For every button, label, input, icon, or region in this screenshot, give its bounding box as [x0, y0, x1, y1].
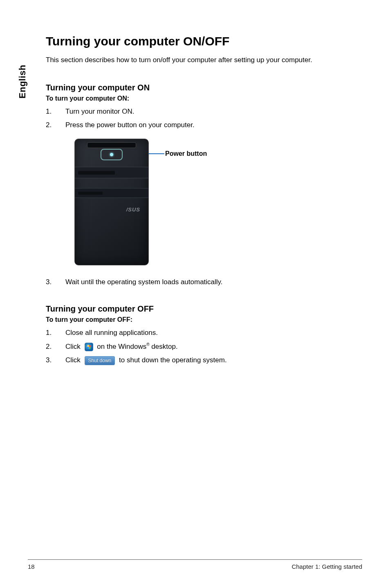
- intro-paragraph: This section describes how to turn on/of…: [46, 56, 362, 65]
- step-text: Click on the Windows® desktop.: [65, 341, 178, 352]
- chapter-label: Chapter 1: Getting started: [291, 563, 362, 570]
- brand-logo: /SUS: [126, 206, 140, 213]
- text-fragment: Click: [65, 343, 81, 350]
- optical-drive-slot: [87, 142, 136, 148]
- text-fragment: desktop.: [150, 343, 178, 350]
- computer-tower-illustration: /SUS: [74, 139, 149, 265]
- on-step-2: 2. Press the power button on your comput…: [46, 120, 362, 130]
- computer-tower-figure: /SUS Power button: [74, 139, 362, 265]
- section-heading-off: Turning your computer OFF: [46, 304, 362, 314]
- step-text: Press the power button on your computer.: [65, 120, 195, 130]
- step-number: 1.: [46, 106, 65, 117]
- page-title: Turning your computer ON/OFF: [46, 34, 362, 48]
- step-text: Wait until the operating system loads au…: [65, 277, 223, 287]
- page-number: 18: [28, 563, 35, 570]
- step-number: 1.: [46, 328, 65, 338]
- step-text: Close all running applications.: [65, 328, 158, 338]
- step-text: Click Shut down to shut down the operati…: [65, 355, 227, 366]
- subheading-off: To turn your computer OFF:: [46, 316, 362, 323]
- step-text: Turn your monitor ON.: [65, 106, 134, 117]
- power-button-callout: Power button: [165, 150, 207, 157]
- front-panel-band: [75, 167, 148, 178]
- off-step-1: 1. Close all running applications.: [46, 328, 362, 338]
- power-button-icon: [101, 149, 123, 160]
- on-step-3: 3. Wait until the operating system loads…: [46, 277, 362, 287]
- off-step-3: 3. Click Shut down to shut down the oper…: [46, 355, 362, 366]
- page-footer: 18 Chapter 1: Getting started: [28, 559, 362, 570]
- text-fragment: to shut down the operating system.: [119, 356, 227, 364]
- language-tab: English: [17, 65, 28, 99]
- callout-leader-line: [149, 153, 164, 154]
- step-number: 3.: [46, 355, 65, 366]
- step-number: 3.: [46, 277, 65, 287]
- subheading-on: To turn your computer ON:: [46, 95, 362, 102]
- registered-symbol: ®: [146, 342, 149, 347]
- windows-start-orb-icon: [85, 343, 93, 351]
- section-heading-on: Turning your computer ON: [46, 83, 362, 92]
- on-step-1: 1. Turn your monitor ON.: [46, 106, 362, 117]
- shutdown-button-icon: Shut down: [85, 356, 115, 365]
- front-panel-band: [75, 188, 148, 198]
- text-fragment: on the Windows: [97, 343, 146, 350]
- step-number: 2.: [46, 120, 65, 130]
- step-number: 2.: [46, 341, 65, 352]
- off-step-2: 2. Click on the Windows® desktop.: [46, 341, 362, 352]
- text-fragment: Click: [65, 356, 81, 364]
